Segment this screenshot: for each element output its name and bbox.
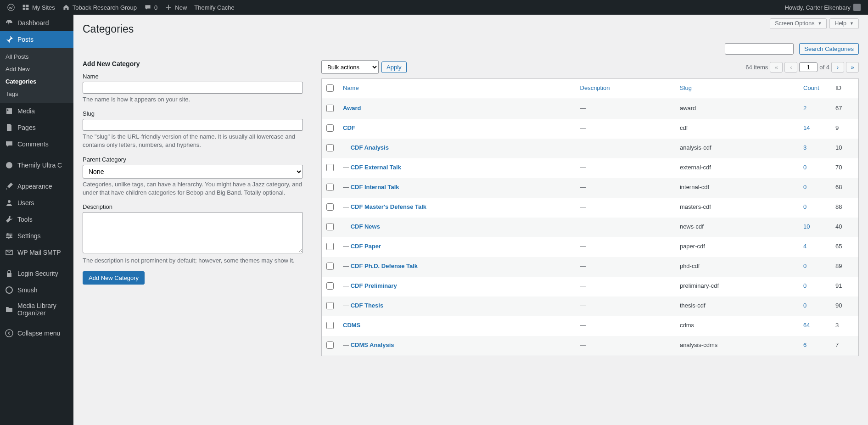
category-count-link[interactable]: 0 (803, 282, 806, 289)
sidebar-item-media-library-organizer[interactable]: Media Library Organizer (0, 298, 73, 320)
row-checkbox[interactable] (326, 164, 334, 171)
category-name-link[interactable]: CDF Thesis (351, 302, 384, 309)
next-page-button[interactable]: › (831, 62, 844, 73)
select-all-checkbox[interactable] (326, 84, 334, 92)
help-toggle[interactable]: Help▼ (829, 18, 859, 28)
sidebar-item-login-security[interactable]: Login Security (0, 265, 73, 282)
row-checkbox[interactable] (326, 124, 334, 132)
sidebar-item-media[interactable]: Media (0, 103, 73, 119)
submenu-add-new[interactable]: Add New (0, 63, 73, 75)
sidebar-item-appearance[interactable]: Appearance (0, 178, 73, 195)
search-button[interactable]: Search Categories (799, 43, 859, 55)
sidebar-item-wp-mail-smtp[interactable]: WP Mail SMTP (0, 244, 73, 261)
prev-page-button[interactable]: ‹ (784, 62, 797, 73)
tablenav-top: Bulk actions Apply 64 items « ‹ of 4 › » (321, 60, 859, 74)
category-name-link[interactable]: CDF (343, 124, 355, 131)
my-sites-label: My Sites (32, 4, 55, 11)
new-content[interactable]: New (161, 0, 190, 15)
sidebar-item-smush[interactable]: Smush (0, 282, 73, 298)
parent-select[interactable]: None (83, 165, 303, 179)
row-checkbox[interactable] (326, 302, 334, 309)
row-checkbox[interactable] (326, 144, 334, 151)
col-slug[interactable]: Slug (680, 84, 692, 91)
col-description[interactable]: Description (580, 84, 610, 91)
category-name-link[interactable]: CDF News (351, 223, 380, 230)
row-checkbox[interactable] (326, 184, 334, 191)
svg-rect-3 (23, 8, 26, 10)
first-page-button[interactable]: « (770, 62, 783, 73)
category-name-link[interactable]: CDMS Analysis (351, 341, 394, 348)
sidebar-item-pages[interactable]: Pages (0, 119, 73, 136)
row-checkbox[interactable] (326, 322, 334, 329)
category-count-link[interactable]: 3 (803, 144, 806, 151)
screen-options-toggle[interactable]: Screen Options▼ (770, 18, 827, 28)
name-input[interactable] (83, 82, 303, 94)
category-count-link[interactable]: 14 (803, 124, 810, 131)
category-slug: analysis-cdf (680, 144, 711, 151)
category-name-link[interactable]: CDF Internal Talk (351, 184, 399, 190)
category-name-link[interactable]: CDF Master's Defense Talk (351, 203, 426, 210)
row-checkbox[interactable] (326, 282, 334, 290)
category-description: — (580, 282, 586, 289)
category-name-link[interactable]: CDF Ph.D. Defense Talk (351, 263, 418, 269)
submenu-all-posts[interactable]: All Posts (0, 50, 73, 63)
category-count-link[interactable]: 2 (803, 105, 806, 112)
category-count-link[interactable]: 0 (803, 302, 806, 309)
category-name-link[interactable]: CDF Paper (351, 243, 381, 250)
submenu-tags[interactable]: Tags (0, 88, 73, 100)
category-count-link[interactable]: 64 (803, 322, 810, 329)
sidebar-item-posts[interactable]: Posts (0, 31, 73, 48)
row-checkbox[interactable] (326, 341, 334, 349)
total-pages: of 4 (819, 64, 829, 71)
row-checkbox[interactable] (326, 223, 334, 230)
row-checkbox[interactable] (326, 243, 334, 250)
category-count-link[interactable]: 4 (803, 243, 806, 250)
category-name-link[interactable]: CDMS (343, 322, 360, 329)
category-name-link[interactable]: CDF Analysis (351, 144, 389, 151)
themify-label: Themify Cache (194, 4, 234, 11)
category-count-link[interactable]: 0 (803, 184, 806, 190)
category-name-link[interactable]: CDF External Talk (351, 164, 401, 171)
row-checkbox[interactable] (326, 203, 334, 211)
slug-input[interactable] (83, 119, 303, 131)
category-count-link[interactable]: 10 (803, 223, 810, 230)
col-count[interactable]: Count (803, 84, 819, 91)
sidebar-item-themify-ultra-c[interactable]: Themify Ultra C (0, 157, 73, 173)
site-name[interactable]: Toback Research Group (59, 0, 140, 15)
category-count-link[interactable]: 0 (803, 263, 806, 269)
sidebar-item-collapse-menu[interactable]: Collapse menu (0, 325, 73, 341)
bulk-action-select[interactable]: Bulk actions (321, 60, 379, 74)
submenu-categories[interactable]: Categories (0, 75, 73, 88)
themify-cache[interactable]: Themify Cache (190, 0, 238, 15)
sidebar-item-users[interactable]: Users (0, 195, 73, 211)
sidebar-item-label: Media (17, 107, 35, 115)
my-sites[interactable]: My Sites (18, 0, 59, 15)
row-checkbox[interactable] (326, 105, 334, 112)
wp-logo[interactable] (4, 0, 18, 15)
category-name-link[interactable]: Award (343, 105, 361, 112)
apply-button[interactable]: Apply (381, 62, 407, 73)
search-input[interactable] (725, 43, 794, 55)
category-name-link[interactable]: CDF Preliminary (351, 282, 397, 289)
category-count-link[interactable]: 0 (803, 164, 806, 171)
main-content: Screen Options▼ Help▼ Categories Search … (73, 15, 868, 425)
row-checkbox[interactable] (326, 263, 334, 270)
svg-point-5 (6, 162, 12, 168)
sidebar-item-comments[interactable]: Comments (0, 136, 73, 152)
category-count-link[interactable]: 0 (803, 203, 806, 210)
my-account[interactable]: Howdy, Carter Eikenbary (781, 0, 864, 15)
table-row: — CDMS Analysis—analysis-cdms67 (322, 336, 858, 356)
category-slug: thesis-cdf (680, 302, 706, 309)
sidebar-item-settings[interactable]: Settings (0, 228, 73, 244)
last-page-button[interactable]: » (846, 62, 859, 73)
description-input[interactable] (83, 212, 303, 253)
category-description: — (580, 341, 586, 348)
svg-point-12 (8, 237, 10, 239)
current-page-input[interactable] (799, 62, 818, 72)
category-count-link[interactable]: 6 (803, 341, 806, 348)
sidebar-item-dashboard[interactable]: Dashboard (0, 15, 73, 31)
add-category-button[interactable]: Add New Category (83, 271, 145, 285)
col-name[interactable]: Name (343, 84, 359, 91)
comments-bubble[interactable]: 0 (140, 0, 161, 15)
sidebar-item-tools[interactable]: Tools (0, 211, 73, 228)
